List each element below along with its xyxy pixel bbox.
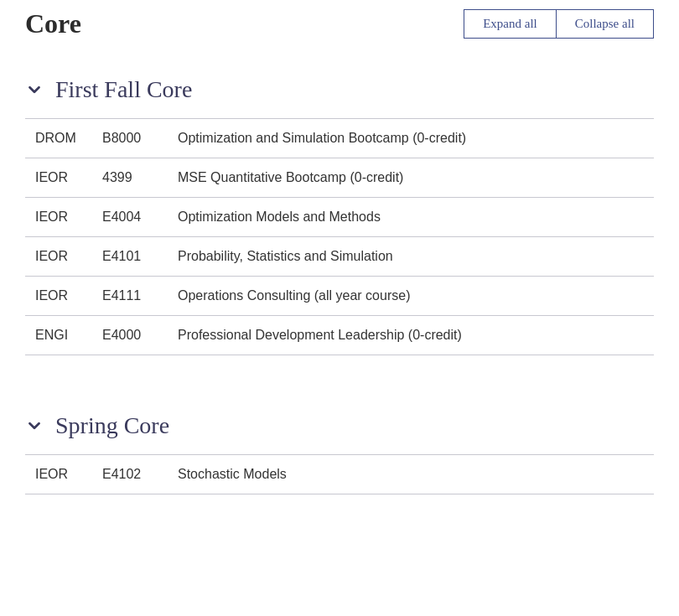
code-cell: B8000: [92, 119, 168, 158]
code-cell: E4101: [92, 237, 168, 277]
name-cell: Stochastic Models: [168, 455, 654, 494]
table-row: IEOR E4004 Optimization Models and Metho…: [25, 198, 654, 237]
chevron-down-icon: [25, 80, 44, 99]
button-group: Expand all Collapse all: [464, 9, 654, 39]
page-container: Core Expand all Collapse all First Fall …: [0, 0, 679, 494]
table-row: ENGI E4000 Professional Development Lead…: [25, 316, 654, 355]
dept-cell: IEOR: [25, 237, 92, 277]
first-fall-core-title: First Fall Core: [55, 76, 192, 103]
expand-all-button[interactable]: Expand all: [464, 9, 556, 39]
name-cell: Professional Development Leadership (0-c…: [168, 316, 654, 355]
spring-core-table: IEOR E4102 Stochastic Models: [25, 454, 654, 494]
dept-cell: IEOR: [25, 455, 92, 494]
spring-core-title: Spring Core: [55, 412, 169, 439]
code-cell: E4004: [92, 198, 168, 237]
name-cell: MSE Quantitative Bootcamp (0-credit): [168, 158, 654, 198]
chevron-down-icon: [25, 417, 44, 435]
code-cell: E4102: [92, 455, 168, 494]
dept-cell: IEOR: [25, 198, 92, 237]
name-cell: Optimization and Simulation Bootcamp (0-…: [168, 119, 654, 158]
spacer: [25, 355, 654, 389]
code-cell: 4399: [92, 158, 168, 198]
code-cell: E4000: [92, 316, 168, 355]
first-fall-core-header[interactable]: First Fall Core: [25, 76, 654, 103]
dept-cell: ENGI: [25, 316, 92, 355]
spring-core-header[interactable]: Spring Core: [25, 412, 654, 439]
code-cell: E4111: [92, 277, 168, 316]
first-fall-core-table: DROM B8000 Optimization and Simulation B…: [25, 118, 654, 355]
header-row: Core Expand all Collapse all: [25, 0, 654, 53]
name-cell: Operations Consulting (all year course): [168, 277, 654, 316]
collapse-all-button[interactable]: Collapse all: [556, 9, 654, 39]
name-cell: Optimization Models and Methods: [168, 198, 654, 237]
table-row: IEOR 4399 MSE Quantitative Bootcamp (0-c…: [25, 158, 654, 198]
table-row: IEOR E4101 Probability, Statistics and S…: [25, 237, 654, 277]
table-row: DROM B8000 Optimization and Simulation B…: [25, 119, 654, 158]
section-first-fall-core: First Fall Core DROM B8000 Optimization …: [25, 76, 654, 355]
name-cell: Probability, Statistics and Simulation: [168, 237, 654, 277]
dept-cell: DROM: [25, 119, 92, 158]
table-row: IEOR E4111 Operations Consulting (all ye…: [25, 277, 654, 316]
section-spring-core: Spring Core IEOR E4102 Stochastic Models: [25, 412, 654, 494]
dept-cell: IEOR: [25, 277, 92, 316]
table-row: IEOR E4102 Stochastic Models: [25, 455, 654, 494]
page-title: Core: [25, 8, 81, 39]
dept-cell: IEOR: [25, 158, 92, 198]
